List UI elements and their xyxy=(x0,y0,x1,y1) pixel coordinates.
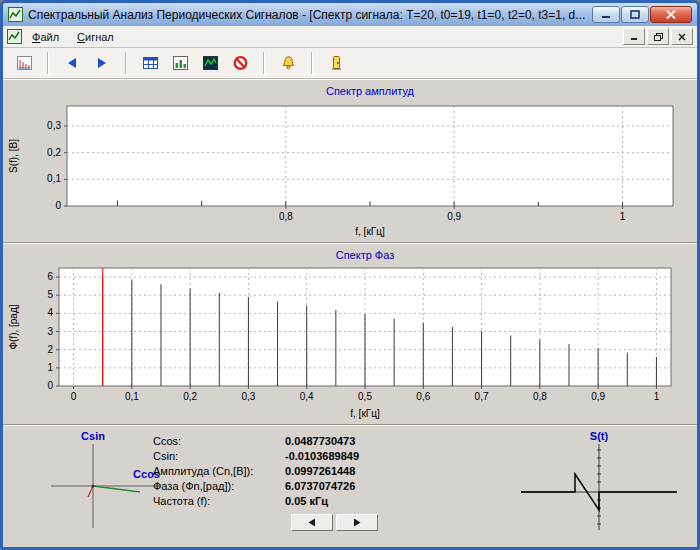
svg-text:0,4: 0,4 xyxy=(300,391,314,402)
phasor-ylabel: Csin xyxy=(81,430,105,442)
window-title: Спектральный Анализ Периодических Сигнал… xyxy=(28,8,587,22)
build-spectrum-button[interactable] xyxy=(9,50,39,76)
next-harmonic-button[interactable] xyxy=(87,50,117,76)
toolbar xyxy=(3,48,697,79)
prev-harmonic-button[interactable] xyxy=(57,50,87,76)
menubar: Файл Сигнал xyxy=(3,26,697,48)
svg-text:5: 5 xyxy=(47,289,53,300)
minimize-button[interactable] xyxy=(592,6,620,23)
readout-row-ccos: Ccos:0.0487730473 xyxy=(153,434,359,449)
svg-text:0,2: 0,2 xyxy=(47,147,61,158)
svg-text:0: 0 xyxy=(47,380,53,391)
svg-text:0,8: 0,8 xyxy=(279,211,293,222)
svg-text:Ф(f), [рад]: Ф(f), [рад] xyxy=(8,304,19,349)
stop-icon xyxy=(232,55,249,71)
left-arrow-icon xyxy=(307,518,317,527)
harmonic-readout: Ccos:0.0487730473 Csin:-0.0103689849 Амп… xyxy=(153,434,359,509)
mdi-minimize-button[interactable] xyxy=(623,28,645,45)
svg-text:0,1: 0,1 xyxy=(125,391,139,402)
window-controls xyxy=(592,6,692,23)
signal-chart-button[interactable] xyxy=(165,50,195,76)
phasor-origin xyxy=(92,485,95,488)
prev-harmonic-icon xyxy=(65,56,79,70)
mdi-window-controls xyxy=(623,28,693,45)
help-icon xyxy=(280,55,297,71)
phase-spectrum-panel: 00,10,20,30,40,50,60,70,80,910123456Спек… xyxy=(3,243,697,425)
stop-button[interactable] xyxy=(225,50,255,76)
mdi-child-icon xyxy=(7,29,22,44)
signal-label: S(t) xyxy=(590,430,609,442)
exit-button[interactable] xyxy=(321,50,351,76)
svg-text:0,7: 0,7 xyxy=(475,391,489,402)
readout-row-frequency: Частота (f):0.05 кГц xyxy=(153,494,359,509)
csin-label: Csin: xyxy=(153,449,285,464)
menu-item-file[interactable]: Файл xyxy=(24,29,67,45)
mdi-restore-button[interactable] xyxy=(647,28,669,45)
svg-text:S(f), [В]: S(f), [В] xyxy=(8,139,19,173)
readout-row-csin: Csin:-0.0103689849 xyxy=(153,449,359,464)
data-table-icon xyxy=(142,55,159,71)
svg-text:0,6: 0,6 xyxy=(416,391,430,402)
menu-item-signal[interactable]: Сигнал xyxy=(69,29,122,45)
svg-text:Спектр Фаз: Спектр Фаз xyxy=(336,249,395,261)
mdi-close-icon xyxy=(678,33,686,41)
readout-row-amplitude: Амплитуда (Cn,[В]):0.0997261448 xyxy=(153,464,359,479)
right-arrow-icon xyxy=(352,518,362,527)
spectrum-chart-icon xyxy=(202,55,219,71)
svg-text:0,9: 0,9 xyxy=(591,391,605,402)
csin-value: -0.0103689849 xyxy=(285,450,359,462)
harmonic-info-panel: Csin Ccos Ccos:0.0487730473 Csin:-0.0103… xyxy=(3,425,697,547)
titlebar: Спектральный Анализ Периодических Сигнал… xyxy=(3,3,697,26)
app-window: Спектральный Анализ Периодических Сигнал… xyxy=(0,0,700,550)
svg-text:0,3: 0,3 xyxy=(47,120,61,131)
phase-label: Фаза (Фn,[рад]): xyxy=(153,479,285,494)
data-table-button[interactable] xyxy=(135,50,165,76)
frequency-label: Частота (f): xyxy=(153,494,285,509)
svg-text:0,1: 0,1 xyxy=(47,173,61,184)
svg-text:Спектр амплитуд: Спектр амплитуд xyxy=(326,85,415,97)
ccos-label: Ccos: xyxy=(153,434,285,449)
svg-text:0: 0 xyxy=(71,391,77,402)
close-button[interactable] xyxy=(650,6,692,23)
frequency-value: 0.05 кГц xyxy=(285,495,328,507)
mdi-minimize-icon xyxy=(630,33,638,40)
phasor-phase-marker xyxy=(88,486,93,497)
next-harmonic-icon xyxy=(95,56,109,70)
svg-text:2: 2 xyxy=(47,344,53,355)
readout-row-phase: Фаза (Фn,[рад]):6.0737074726 xyxy=(153,479,359,494)
app-icon xyxy=(8,7,23,22)
minimize-icon xyxy=(601,10,611,19)
signal-preview: S(t) xyxy=(513,428,683,540)
help-button[interactable] xyxy=(273,50,303,76)
close-icon xyxy=(666,10,676,19)
amplitude-spectrum-chart: 0,80,9100,10,20,3Спектр амплитудf, [кГц]… xyxy=(5,82,693,240)
svg-text:0,5: 0,5 xyxy=(358,391,372,402)
ccos-value: 0.0487730473 xyxy=(285,435,355,447)
svg-text:4: 4 xyxy=(47,307,53,318)
svg-text:1: 1 xyxy=(654,391,660,402)
toolbar-separator xyxy=(125,52,127,74)
svg-text:3: 3 xyxy=(47,326,53,337)
svg-text:6: 6 xyxy=(47,271,53,282)
prev-button[interactable] xyxy=(291,514,333,531)
svg-text:0: 0 xyxy=(55,200,61,211)
svg-text:0,9: 0,9 xyxy=(447,211,461,222)
spectrum-chart-button[interactable] xyxy=(195,50,225,76)
svg-text:0,2: 0,2 xyxy=(183,391,197,402)
svg-text:0,3: 0,3 xyxy=(241,391,255,402)
mdi-close-button[interactable] xyxy=(671,28,693,45)
phase-spectrum-chart: 00,10,20,30,40,50,60,70,80,910123456Спек… xyxy=(5,246,693,422)
phasor-plot: Csin Ccos xyxy=(17,428,167,540)
maximize-button[interactable] xyxy=(621,6,649,23)
svg-text:1: 1 xyxy=(620,211,626,222)
signal-preview-plot: S(t) xyxy=(513,428,683,536)
harmonic-nav xyxy=(291,514,378,531)
toolbar-separator xyxy=(311,52,313,74)
amplitude-value: 0.0997261448 xyxy=(285,465,355,477)
exit-icon xyxy=(328,55,345,71)
toolbar-separator xyxy=(47,52,49,74)
next-button[interactable] xyxy=(336,514,378,531)
toolbar-separator xyxy=(263,52,265,74)
amplitude-spectrum-panel: 0,80,9100,10,20,3Спектр амплитудf, [кГц]… xyxy=(3,79,697,243)
build-spectrum-icon xyxy=(16,55,33,71)
